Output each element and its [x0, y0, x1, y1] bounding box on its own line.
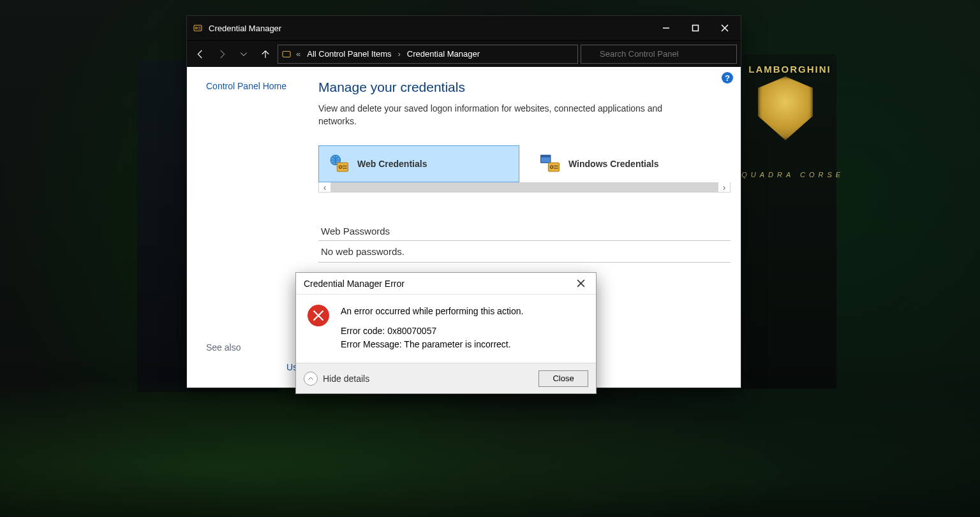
- dialog-close-button[interactable]: [568, 274, 593, 293]
- scroll-left-button[interactable]: ‹: [319, 182, 330, 192]
- window-title: Credential Manager: [209, 24, 651, 33]
- section-title: Web Passwords: [318, 222, 731, 241]
- help-icon[interactable]: ?: [722, 72, 733, 84]
- explorer-navbar: « All Control Panel Items › Credential M…: [187, 40, 741, 67]
- see-also-label: See also: [206, 342, 241, 353]
- window-titlebar[interactable]: Credential Manager: [187, 16, 741, 40]
- dialog-message: An error occurred while performing this …: [341, 305, 523, 318]
- nav-back-button[interactable]: [191, 45, 210, 64]
- breadcrumb-prefix: «: [295, 49, 302, 59]
- refresh-button[interactable]: [556, 50, 575, 59]
- credential-type-tiles: Web Credentials Windows Credentials: [318, 145, 731, 182]
- dialog-footer: Hide details Close: [296, 363, 596, 393]
- tile-label: Windows Credentials: [568, 159, 658, 169]
- dialog-titlebar[interactable]: Credential Manager Error: [296, 273, 596, 295]
- tile-web-credentials[interactable]: Web Credentials: [318, 145, 519, 182]
- hide-details-label: Hide details: [323, 374, 369, 384]
- dialog-body: An error occurred while performing this …: [296, 295, 596, 363]
- nav-up-button[interactable]: [256, 45, 275, 64]
- search-input[interactable]: [600, 49, 732, 59]
- close-button[interactable]: [710, 16, 739, 40]
- search-icon: [585, 49, 595, 59]
- svg-rect-2: [693, 25, 699, 31]
- page-heading: Manage your credentials: [318, 80, 731, 95]
- search-box[interactable]: [581, 45, 737, 64]
- minimize-button[interactable]: [651, 16, 681, 40]
- web-credentials-icon: [328, 153, 350, 175]
- breadcrumb-chevron-icon: ›: [396, 49, 401, 59]
- dialog-message-block: An error occurred while performing this …: [341, 305, 523, 351]
- tile-label: Web Credentials: [357, 159, 427, 169]
- web-passwords-section: Web Passwords No web passwords.: [318, 222, 731, 263]
- breadcrumb-item-0[interactable]: All Control Panel Items: [304, 48, 394, 60]
- scroll-right-button[interactable]: ›: [718, 182, 730, 192]
- dialog-close-action-button[interactable]: Close: [538, 370, 588, 387]
- address-app-icon: [281, 48, 292, 60]
- section-empty-text: No web passwords.: [318, 241, 731, 263]
- svg-rect-9: [541, 156, 551, 157]
- sidebar: Control Panel Home See also User Account…: [187, 67, 299, 388]
- svg-point-4: [587, 51, 592, 56]
- svg-point-1: [195, 27, 197, 29]
- dialog-title: Credential Manager Error: [304, 279, 568, 289]
- maximize-button[interactable]: [681, 16, 710, 40]
- dialog-error-message: Error Message: The parameter is incorrec…: [341, 338, 523, 351]
- windows-credentials-icon: [539, 153, 561, 175]
- address-history-dropdown[interactable]: [534, 50, 553, 58]
- address-bar[interactable]: « All Control Panel Items › Credential M…: [278, 45, 578, 64]
- breadcrumb-item-1[interactable]: Credential Manager: [405, 48, 482, 60]
- tiles-horizontal-scrollbar[interactable]: ‹ ›: [318, 182, 731, 193]
- error-dialog: Credential Manager Error An error occurr…: [295, 272, 597, 394]
- dialog-error-code: Error code: 0x80070057: [341, 324, 523, 338]
- nav-forward-button[interactable]: [212, 45, 232, 64]
- svg-rect-3: [283, 51, 290, 57]
- app-icon: [192, 22, 204, 34]
- chevron-up-icon: [304, 372, 318, 386]
- tile-windows-credentials[interactable]: Windows Credentials: [530, 145, 731, 182]
- error-icon: [308, 305, 329, 326]
- desktop-wallpaper: LAMBORGHINI SQUADRA CORSE Credential Man…: [0, 0, 980, 517]
- nav-recent-dropdown[interactable]: [234, 45, 253, 64]
- hide-details-toggle[interactable]: Hide details: [304, 372, 369, 386]
- control-panel-home-link[interactable]: Control Panel Home: [206, 81, 286, 91]
- scroll-thumb[interactable]: [330, 182, 718, 192]
- page-description: View and delete your saved logon informa…: [318, 103, 676, 127]
